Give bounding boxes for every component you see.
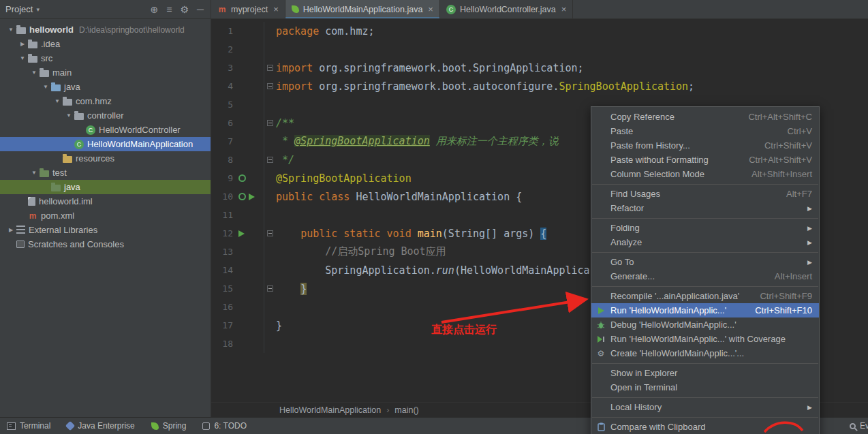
statusbar-java-enterprise-button[interactable]: Java Enterprise	[67, 421, 134, 431]
menu-item-paste-from-history[interactable]: Paste from History...Ctrl+Shift+V	[591, 138, 819, 153]
tab-helloworldmainapplication-java[interactable]: HelloWorldMainApplication.java ×	[285, 0, 440, 18]
terminal-icon	[7, 422, 16, 430]
tree-item-helloworld-root[interactable]: ▼ helloworld D:\idea\springboot\hellowor…	[0, 22, 211, 37]
tree-item-resources[interactable]: resources	[0, 151, 211, 166]
tree-item-main[interactable]: ▼ main	[0, 65, 211, 80]
menu-item-analyze[interactable]: Analyze▶	[591, 235, 819, 249]
menu-item-run[interactable]: Run 'HelloWorldMainApplic...'Ctrl+Shift+…	[591, 303, 819, 317]
chevron-expanded-icon[interactable]: ▼	[29, 170, 40, 176]
menu-item-paste[interactable]: PasteCtrl+V	[591, 124, 819, 138]
menu-item-show-in-explorer[interactable]: Show in Explorer	[591, 366, 819, 380]
menu-item-open-in-terminal[interactable]: Open in Terminal	[591, 380, 819, 394]
breadcrumb-item-method[interactable]: main()	[394, 405, 418, 415]
close-icon[interactable]: ×	[561, 4, 567, 14]
menu-item-generate[interactable]: Generate...Alt+Insert	[591, 269, 819, 283]
chevron-expanded-icon[interactable]: ▼	[5, 27, 16, 33]
tree-item-test[interactable]: ▼ test	[0, 166, 211, 180]
menu-item-debug[interactable]: Debug 'HelloWorldMainApplic...'	[591, 317, 819, 332]
fold-marker-icon[interactable]	[267, 157, 273, 163]
class-icon: C	[74, 140, 84, 149]
chevron-collapsed-icon[interactable]: ▶	[5, 227, 16, 233]
project-panel-header: Project ▾ ⊕ ≡ ⚙ ─	[0, 0, 211, 19]
scratches-icon	[16, 241, 25, 248]
statusbar-todo-button[interactable]: 6: TODO	[202, 421, 247, 431]
class-icon: C	[86, 125, 95, 135]
line-number: 4	[211, 81, 236, 91]
spring-bean-icon[interactable]	[238, 193, 246, 200]
spring-bean-icon[interactable]	[238, 174, 246, 182]
hide-panel-icon[interactable]: ─	[197, 5, 204, 14]
statusbar-terminal-button[interactable]: Terminal	[7, 421, 50, 431]
run-method-icon[interactable]	[238, 230, 245, 237]
fold-marker-icon[interactable]	[267, 83, 273, 89]
chevron-expanded-icon[interactable]: ▼	[17, 55, 28, 61]
java-enterprise-icon	[65, 421, 75, 431]
tree-item-label: resources	[76, 153, 114, 164]
line-number: 18	[211, 339, 236, 349]
tab-helloworldcontroller-java[interactable]: C HelloWorldController.java ×	[440, 0, 573, 18]
chevron-right-icon: ▶	[807, 225, 812, 232]
chevron-expanded-icon[interactable]: ▼	[63, 112, 74, 119]
menu-separator	[592, 286, 818, 287]
close-icon[interactable]: ×	[428, 4, 433, 14]
fold-marker-icon[interactable]	[267, 120, 273, 126]
tree-item-external-libraries[interactable]: ▶ External Libraries	[0, 223, 211, 237]
line-number: 14	[211, 265, 236, 275]
statusbar-spring-button[interactable]: Spring	[151, 421, 187, 431]
chevron-expanded-icon[interactable]: ▼	[29, 69, 40, 76]
breadcrumb-item-class[interactable]: HelloWorldMainApplication	[279, 405, 381, 415]
tab-myproject[interactable]: m myproject ×	[211, 0, 285, 18]
todo-icon	[202, 422, 210, 430]
menu-item-run-with-coverage[interactable]: Run 'HelloWorldMainApplic...' with Cover…	[591, 332, 819, 346]
settings-gear-icon[interactable]: ⚙	[181, 5, 189, 14]
tree-item-src[interactable]: ▼ src	[0, 51, 211, 65]
menu-item-recompile[interactable]: Recompile '...ainApplication.java'Ctrl+S…	[591, 289, 819, 303]
project-panel: Project ▾ ⊕ ≡ ⚙ ─ ▼ helloworld D:\idea\s…	[0, 0, 211, 417]
tree-item-controller[interactable]: ▼ controller	[0, 108, 211, 123]
menu-item-paste-without-formatting[interactable]: Paste without FormattingCtrl+Alt+Shift+V	[591, 153, 819, 167]
line-number: 17	[211, 320, 236, 330]
close-icon[interactable]: ×	[273, 4, 279, 14]
menu-item-find-usages[interactable]: Find UsagesAlt+F7	[591, 187, 819, 201]
editor-line[interactable]: 4 import org.springframework.boot.autoco…	[211, 77, 868, 95]
tree-item-helloworldcontroller[interactable]: C HelloWorldController	[0, 123, 211, 137]
tree-item-helloworldmainapplication[interactable]: C HelloWorldMainApplication	[0, 137, 211, 151]
editor-line[interactable]: 3 import org.springframework.boot.Spring…	[211, 59, 868, 77]
chevron-right-icon: ▶	[807, 259, 812, 266]
menu-item-compare-with-clipboard[interactable]: Compare with Clipboard	[591, 420, 819, 434]
line-number: 15	[211, 283, 236, 294]
tree-item-test-java[interactable]: java	[0, 180, 211, 194]
menu-item-column-selection-mode[interactable]: Column Selection ModeAlt+Shift+Insert	[591, 167, 819, 181]
chevron-down-icon: ▾	[36, 6, 40, 13]
statusbar-label: Java Enterprise	[78, 421, 134, 431]
project-view-selector[interactable]: Project ▾	[5, 4, 40, 14]
fold-marker-icon[interactable]	[267, 285, 273, 292]
chevron-expanded-icon[interactable]: ▼	[52, 98, 63, 104]
tree-item-helloworld-iml[interactable]: helloworld.iml	[0, 194, 211, 208]
tree-item-scratches[interactable]: Scratches and Consoles	[0, 237, 211, 251]
tree-item-idea[interactable]: ▶ .idea	[0, 37, 211, 51]
chevron-expanded-icon[interactable]: ▼	[40, 84, 51, 90]
tree-item-pom-xml[interactable]: m pom.xml	[0, 208, 211, 223]
tree-item-com-hmz[interactable]: ▼ com.hmz	[0, 94, 211, 108]
line-number: 6	[211, 118, 236, 128]
tree-item-label: HelloWorldMainApplication	[87, 139, 193, 149]
locate-file-icon[interactable]: ⊕	[151, 5, 159, 14]
fold-marker-icon[interactable]	[267, 65, 273, 71]
chevron-collapsed-icon[interactable]: ▶	[17, 41, 28, 47]
editor-line[interactable]: 2	[211, 40, 868, 59]
menu-item-refactor[interactable]: Refactor▶	[591, 201, 819, 215]
editor-line[interactable]: 1 package com.hmz;	[211, 22, 868, 40]
tree-item-java[interactable]: ▼ java	[0, 80, 211, 94]
collapse-all-icon[interactable]: ≡	[166, 5, 172, 14]
fold-marker-icon[interactable]	[267, 230, 273, 236]
menu-item-copy-reference[interactable]: Copy ReferenceCtrl+Alt+Shift+C	[591, 110, 819, 124]
statusbar-event-log-button[interactable]: Ev	[850, 421, 868, 431]
menu-item-local-history[interactable]: Local History▶	[591, 400, 819, 414]
menu-item-go-to[interactable]: Go To▶	[591, 255, 819, 269]
menu-item-folding[interactable]: Folding▶	[591, 221, 819, 235]
tab-label: HelloWorldMainApplication.java	[303, 5, 423, 14]
editor-context-menu: Copy ReferenceCtrl+Alt+Shift+C PasteCtrl…	[591, 106, 820, 434]
menu-item-create-run-config[interactable]: ⚙Create 'HelloWorldMainApplic...'...	[591, 346, 819, 360]
run-class-icon[interactable]	[249, 193, 255, 200]
